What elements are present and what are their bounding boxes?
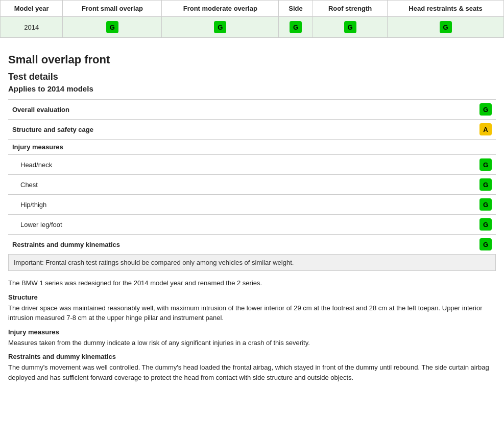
rating-badge: G xyxy=(290,21,302,33)
intro-text: The BMW 1 series was redesigned for the … xyxy=(8,278,496,288)
injury-heading: Injury measures xyxy=(8,328,496,336)
detail-row-label: Injury measures xyxy=(8,140,475,155)
detail-row-label: Chest xyxy=(8,175,475,195)
detail-row: Injury measures xyxy=(8,140,496,155)
description-section: The BMW 1 series was redesigned for the … xyxy=(8,278,496,382)
detail-row-label: Lower leg/foot xyxy=(8,215,475,235)
detail-row-label: Hip/thigh xyxy=(8,195,475,215)
detail-row-rating: G xyxy=(475,175,496,195)
rating-badge: G xyxy=(479,178,492,191)
detail-row-rating: G xyxy=(475,195,496,215)
rating-badge: G xyxy=(479,198,492,211)
rating-badge: G xyxy=(344,21,356,33)
rating-badge: G xyxy=(479,218,492,231)
rating-badge: G xyxy=(440,21,452,33)
detail-row-rating: G xyxy=(475,215,496,235)
col-header-roof: Roof strength xyxy=(313,1,387,17)
detail-row-rating: G xyxy=(475,100,496,120)
cell-front-moderate: G xyxy=(162,17,279,38)
cell-side: G xyxy=(279,17,313,38)
detail-row-rating: A xyxy=(475,120,496,140)
injury-text: Measures taken from the dummy indicate a… xyxy=(8,338,496,348)
rating-badge: G xyxy=(479,103,492,116)
col-header-front-small: Front small overlap xyxy=(63,1,162,17)
detail-row-label: Overall evaluation xyxy=(8,100,475,120)
cell-roof: G xyxy=(313,17,387,38)
detail-row: Lower leg/footG xyxy=(8,215,496,235)
col-header-head-restraints: Head restraints & seats xyxy=(388,1,504,17)
col-header-model-year: Model year xyxy=(1,1,63,17)
rating-badge: G xyxy=(214,21,226,33)
col-header-side: Side xyxy=(279,1,313,17)
cell-front-small: G xyxy=(63,17,162,38)
detail-row-label: Restraints and dummy kinematics xyxy=(8,235,475,255)
detail-row-label: Structure and safety cage xyxy=(8,120,475,140)
applies-to-label: Applies to 2014 models xyxy=(8,84,496,93)
detail-row-rating: G xyxy=(475,155,496,175)
summary-table: Model year Front small overlap Front mod… xyxy=(0,0,504,38)
structure-heading: Structure xyxy=(8,293,496,301)
detail-row: Hip/thighG xyxy=(8,195,496,215)
rating-badge: G xyxy=(479,238,492,250)
detail-row: Structure and safety cageA xyxy=(8,120,496,140)
table-row: 2014 G G G G G xyxy=(1,17,504,38)
detail-row-label: Head/neck xyxy=(8,155,475,175)
rating-badge: A xyxy=(479,123,492,135)
detail-row: Overall evaluationG xyxy=(8,100,496,120)
section-title: Small overlap front xyxy=(8,53,496,66)
restraints-heading: Restraints and dummy kinematics xyxy=(8,353,496,360)
detail-table: Overall evaluationGStructure and safety … xyxy=(8,99,496,254)
important-note: Important: Frontal crash test ratings sh… xyxy=(8,254,496,271)
cell-head-restraints: G xyxy=(388,17,504,38)
col-header-front-moderate: Front moderate overlap xyxy=(162,1,279,17)
detail-row: Restraints and dummy kinematicsG xyxy=(8,235,496,255)
detail-row-rating xyxy=(475,140,496,155)
rating-badge: G xyxy=(479,158,492,171)
test-details-title: Test details xyxy=(8,72,496,82)
cell-year: 2014 xyxy=(1,17,63,38)
detail-row: ChestG xyxy=(8,175,496,195)
structure-text: The driver space was maintained reasonab… xyxy=(8,303,496,323)
detail-row: Head/neckG xyxy=(8,155,496,175)
detail-row-rating: G xyxy=(475,235,496,255)
restraints-text: The dummy's movement was well controlled… xyxy=(8,362,496,382)
rating-badge: G xyxy=(106,21,118,33)
